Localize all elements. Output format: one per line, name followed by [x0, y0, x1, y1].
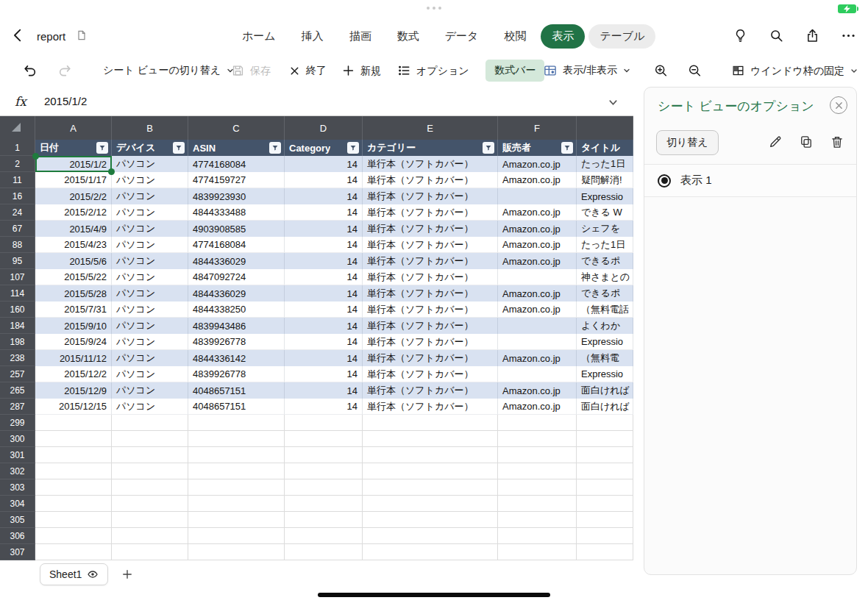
row-header-114[interactable]: 114 — [0, 285, 35, 302]
row-header-303[interactable]: 303 — [0, 479, 35, 496]
cell[interactable]: 2015/5/22 — [35, 269, 112, 285]
cell[interactable]: （無料電 — [577, 350, 633, 366]
cell[interactable]: 14 — [285, 253, 363, 269]
cell[interactable]: 4839926778 — [188, 334, 285, 350]
zoom-out-button[interactable] — [687, 63, 702, 79]
cell[interactable] — [35, 463, 112, 479]
cell[interactable] — [498, 318, 577, 334]
duplicate-view-button[interactable] — [797, 133, 815, 151]
filter-button[interactable] — [347, 142, 359, 154]
rename-view-button[interactable] — [766, 133, 784, 151]
cell[interactable]: 2015/11/12 — [35, 350, 112, 366]
cell[interactable] — [577, 479, 633, 496]
tab-insert[interactable]: 挿入 — [291, 24, 335, 49]
cell[interactable]: たった1日 — [577, 156, 633, 172]
filter-button[interactable] — [483, 142, 494, 154]
select-all-corner[interactable] — [0, 116, 35, 140]
formula-bar-expand-button[interactable] — [606, 96, 620, 110]
table-header-cell[interactable]: カテゴリー — [363, 140, 498, 156]
cell[interactable] — [498, 366, 577, 382]
cell[interactable] — [35, 479, 112, 496]
filter-button[interactable] — [561, 142, 573, 154]
undo-button[interactable] — [22, 63, 38, 79]
formula-bar[interactable]: fx 2015/1/2 — [0, 87, 633, 116]
idea-button[interactable] — [731, 26, 750, 45]
row-header-198[interactable]: 198 — [0, 334, 35, 350]
cell[interactable] — [498, 415, 577, 431]
column-header-A[interactable]: A — [35, 116, 112, 140]
cell[interactable]: Amazon.co.jp — [498, 253, 577, 269]
cell[interactable] — [285, 415, 363, 431]
cell[interactable]: 単行本（ソフトカバー） — [363, 399, 498, 415]
cell[interactable] — [285, 528, 363, 544]
cell[interactable]: 2015/1/2 — [35, 156, 112, 172]
cell[interactable] — [188, 447, 285, 463]
cell[interactable]: 単行本（ソフトカバー） — [363, 366, 498, 382]
tab-view[interactable]: 表示 — [541, 24, 585, 49]
cell[interactable] — [577, 528, 633, 544]
view-item[interactable]: 表示 1 — [644, 164, 856, 197]
cell[interactable]: 4847092724 — [188, 269, 285, 285]
cell[interactable] — [363, 496, 498, 512]
cell[interactable]: できる W — [577, 204, 633, 221]
cell[interactable]: 14 — [285, 204, 363, 221]
cell[interactable]: 2015/5/6 — [35, 253, 112, 269]
cell[interactable] — [35, 544, 112, 560]
cell[interactable] — [363, 479, 498, 496]
cell[interactable]: 単行本（ソフトカバー） — [363, 156, 498, 172]
cell[interactable]: 14 — [285, 382, 363, 399]
cell[interactable] — [112, 528, 188, 544]
row-header-11[interactable]: 11 — [0, 172, 35, 188]
table-header-cell[interactable]: ASIN — [188, 140, 285, 156]
delete-view-button[interactable] — [828, 133, 846, 151]
cell[interactable] — [363, 415, 498, 431]
cell[interactable]: よくわか — [577, 318, 633, 334]
cell[interactable] — [188, 528, 285, 544]
cell[interactable] — [498, 447, 577, 463]
cell[interactable]: Amazon.co.jp — [498, 204, 577, 221]
cell[interactable]: 2015/12/2 — [35, 366, 112, 382]
cell[interactable]: 4844333488 — [188, 204, 285, 221]
cell[interactable]: パソコン — [112, 382, 188, 399]
cell[interactable] — [35, 415, 112, 431]
cell[interactable]: 単行本（ソフトカバー） — [363, 318, 498, 334]
table-header-cell[interactable]: デバイス — [112, 140, 188, 156]
freeze-panes-button[interactable]: ウインドウ枠の固定 — [731, 64, 858, 78]
cell[interactable]: Amazon.co.jp — [498, 285, 577, 302]
cell[interactable] — [112, 431, 188, 447]
cell[interactable]: パソコン — [112, 237, 188, 253]
show-hide-button[interactable]: 表示/非表示 — [543, 63, 631, 78]
cell[interactable]: 2015/9/10 — [35, 318, 112, 334]
cell[interactable] — [112, 512, 188, 528]
cell[interactable]: パソコン — [112, 188, 188, 204]
filter-button[interactable] — [96, 142, 108, 154]
row-header-24[interactable]: 24 — [0, 204, 35, 221]
formula-bar-toggle-button[interactable]: 数式バー — [485, 60, 544, 82]
table-header-cell[interactable]: 日付 — [35, 140, 112, 156]
tab-formulas[interactable]: 数式 — [386, 24, 430, 49]
cell[interactable]: 神さまとの — [577, 269, 633, 285]
cell[interactable] — [577, 431, 633, 447]
row-header-265[interactable]: 265 — [0, 382, 35, 399]
cell[interactable]: 2015/12/15 — [35, 399, 112, 415]
cell[interactable]: 単行本（ソフトカバー） — [363, 302, 498, 318]
row-header-16[interactable]: 16 — [0, 188, 35, 204]
cell[interactable] — [577, 447, 633, 463]
cell[interactable]: 2015/4/9 — [35, 221, 112, 237]
cell[interactable]: パソコン — [112, 204, 188, 221]
cell[interactable]: 4048657151 — [188, 382, 285, 399]
cell[interactable] — [498, 544, 577, 560]
cell[interactable]: パソコン — [112, 302, 188, 318]
cell[interactable] — [577, 544, 633, 560]
tab-data[interactable]: データ — [434, 24, 490, 49]
cell[interactable] — [188, 415, 285, 431]
cell[interactable]: 4839923930 — [188, 188, 285, 204]
cell[interactable]: パソコン — [112, 172, 188, 188]
sheet-view-switch-button[interactable]: シート ビューの切り替え — [103, 64, 235, 77]
cell[interactable]: 4844336029 — [188, 253, 285, 269]
cell[interactable]: 4844338250 — [188, 302, 285, 318]
cell[interactable]: Amazon.co.jp — [498, 237, 577, 253]
share-button[interactable] — [803, 26, 822, 45]
cell[interactable]: 14 — [285, 172, 363, 188]
zoom-in-button[interactable] — [653, 63, 669, 79]
